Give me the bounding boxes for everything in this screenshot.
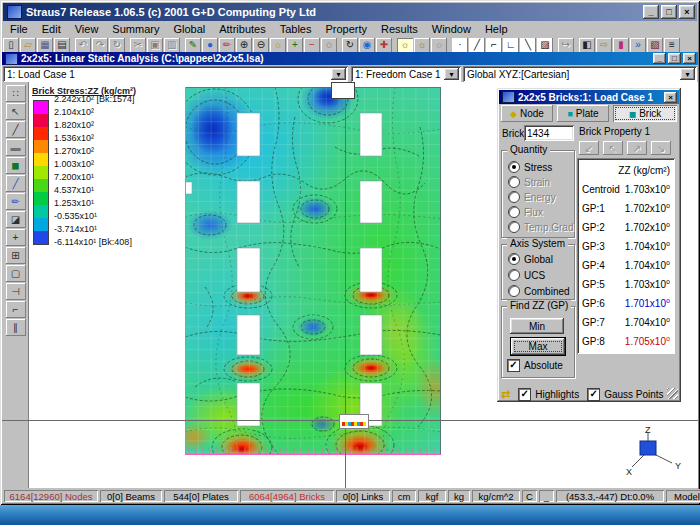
select-pick-icon: ╲ xyxy=(525,40,531,50)
gauss-points-checkbox[interactable] xyxy=(587,388,600,401)
mdi-close-icon[interactable]: × xyxy=(683,53,696,64)
animate-icon: » xyxy=(635,40,641,50)
menu-summary[interactable]: Summary xyxy=(105,22,166,36)
contour-plot[interactable] xyxy=(185,87,441,455)
model-view[interactable]: ∷↖╱▬◼╱✏◪+⊞▢⊣⌐∥ Brick Stress:ZZ (kg/cm²) … xyxy=(2,82,698,488)
beam-tool-icon[interactable]: ╱ xyxy=(6,175,26,192)
mdi-minimize-icon[interactable]: _ xyxy=(653,53,666,64)
minimize-icon[interactable]: _ xyxy=(643,5,659,19)
maximize-icon[interactable]: □ xyxy=(661,5,677,19)
mark-icon[interactable]: ✚ xyxy=(376,38,392,53)
tab-plate[interactable]: ■Plate xyxy=(557,105,609,122)
menu-window[interactable]: Window xyxy=(425,22,478,36)
menu-attributes[interactable]: Attributes xyxy=(212,22,272,36)
absolute-checkbox-row: Absolute xyxy=(507,359,563,371)
menu-file[interactable]: File xyxy=(3,22,35,36)
pointer-icon[interactable]: ↖ xyxy=(6,103,26,120)
shade-half-icon[interactable]: ◧ xyxy=(579,38,595,53)
mdi-restore-icon[interactable]: □ xyxy=(668,53,681,64)
open-folder-icon[interactable]: ▱ xyxy=(20,38,36,53)
orbit-icon[interactable]: ◉ xyxy=(359,38,375,53)
chevron-down-icon[interactable] xyxy=(680,68,695,80)
select-region-icon[interactable]: ▨ xyxy=(537,38,553,53)
sketch-icon[interactable]: ✏ xyxy=(219,38,235,53)
mdi-window-icon xyxy=(5,53,18,65)
transform-icon[interactable]: ⊞ xyxy=(6,247,26,264)
face-select-icon[interactable]: ◪ xyxy=(6,211,26,228)
add-node-icon[interactable]: + xyxy=(6,229,26,246)
highlights-checkbox[interactable] xyxy=(518,388,531,401)
menu-property[interactable]: Property xyxy=(318,22,374,36)
node-tool-icon[interactable]: ╱ xyxy=(6,121,26,138)
radio-global[interactable]: Global xyxy=(508,253,553,265)
save-icon[interactable]: ▦ xyxy=(37,38,53,53)
menu-edit[interactable]: Edit xyxy=(35,22,68,36)
find-icon[interactable]: ◌ xyxy=(321,38,337,53)
export-icon[interactable]: ⇨ xyxy=(596,38,612,53)
corner-icon[interactable]: ⌐ xyxy=(6,301,26,318)
animate-icon[interactable]: » xyxy=(630,38,646,53)
dimension-icon[interactable]: ⊣ xyxy=(6,283,26,300)
dialog-close-icon[interactable]: × xyxy=(664,92,677,103)
orbit-icon: ◉ xyxy=(363,40,372,50)
menu-global[interactable]: Global xyxy=(166,22,212,36)
legend-bar-icon[interactable]: ▮ xyxy=(613,38,629,53)
snap-grid-icon[interactable]: ∷ xyxy=(6,85,26,102)
scale-up-icon[interactable]: + xyxy=(287,38,303,53)
select-line-icon[interactable]: ╱ xyxy=(469,38,485,53)
pen-tool-icon[interactable]: ✏ xyxy=(6,193,26,210)
row-label: GP:6 xyxy=(582,298,605,309)
plate-tool-icon[interactable]: ▬ xyxy=(6,139,26,156)
select-pick-icon[interactable]: ╲ xyxy=(520,38,536,53)
menu-results[interactable]: Results xyxy=(374,22,425,36)
new-file-icon[interactable]: ▯ xyxy=(3,38,19,53)
light-nodes-icon[interactable]: ☼ xyxy=(397,38,413,53)
redraw-icon[interactable]: ✎ xyxy=(185,38,201,53)
brick-tool-icon[interactable]: ◼ xyxy=(6,157,26,174)
quantity-group-label: Quantity xyxy=(507,144,550,155)
select-angle-icon[interactable]: ∟ xyxy=(503,38,519,53)
tab-node[interactable]: ◆Node xyxy=(501,105,553,122)
select-point-icon[interactable]: · xyxy=(452,38,468,53)
zoom-in-icon[interactable]: ⊕ xyxy=(236,38,252,53)
chevron-down-icon[interactable] xyxy=(444,68,459,80)
radio-icon[interactable] xyxy=(508,269,520,281)
toolbar-group: ☼☼☼ xyxy=(397,38,447,53)
zoom-all-icon[interactable]: ☼ xyxy=(270,38,286,53)
find-min-button[interactable]: Min xyxy=(510,318,564,334)
light-plates-icon[interactable]: ☼ xyxy=(414,38,430,53)
toolbar-group: ↻◉✚ xyxy=(342,38,392,53)
radio-combined[interactable]: Combined xyxy=(508,285,570,297)
radio-ucs[interactable]: UCS xyxy=(508,269,545,281)
image-icon[interactable]: ▧ xyxy=(647,38,663,53)
shaded-view-icon[interactable]: ● xyxy=(202,38,218,53)
scale-down-icon[interactable]: − xyxy=(304,38,320,53)
tab-brick[interactable]: ◼Brick xyxy=(613,105,677,122)
absolute-checkbox[interactable] xyxy=(507,359,520,372)
rotate-icon[interactable]: ↻ xyxy=(342,38,358,53)
radio-icon[interactable] xyxy=(508,285,520,297)
dialog-title-bar[interactable]: 2x2x5 Bricks:1: Load Case 1 × xyxy=(499,90,679,104)
select-quad-icon[interactable]: ⌐ xyxy=(486,38,502,53)
menu-view[interactable]: View xyxy=(68,22,106,36)
print-icon[interactable]: ▤ xyxy=(54,38,70,53)
brick-number-input[interactable] xyxy=(524,125,574,141)
radio-icon[interactable] xyxy=(508,161,520,173)
dialog-resize-grip[interactable] xyxy=(667,388,678,399)
load-case-combo[interactable]: 1: Load Case 1 xyxy=(3,66,348,82)
coord-system-combo[interactable]: Global XYZ:[Cartesian] xyxy=(463,66,697,82)
menu-help[interactable]: Help xyxy=(478,22,515,36)
close-icon[interactable]: × xyxy=(679,5,695,19)
radio-stress[interactable]: Stress xyxy=(508,161,552,173)
sync-icon[interactable]: ⇄ xyxy=(501,388,510,401)
section-icon[interactable]: ∥ xyxy=(6,319,26,336)
radio-icon[interactable] xyxy=(508,253,520,265)
light-bricks-icon[interactable]: ☼ xyxy=(431,38,447,53)
chevron-down-icon[interactable] xyxy=(331,68,346,80)
menu-tables[interactable]: Tables xyxy=(273,22,319,36)
marquee-icon[interactable]: ▢ xyxy=(6,265,26,282)
freedom-case-combo[interactable]: 1: Freedom Case 1 xyxy=(351,66,461,82)
report-icon[interactable]: ≡ xyxy=(664,38,680,53)
zoom-out-icon[interactable]: ⊖ xyxy=(253,38,269,53)
find-max-button[interactable]: Max xyxy=(510,337,566,356)
